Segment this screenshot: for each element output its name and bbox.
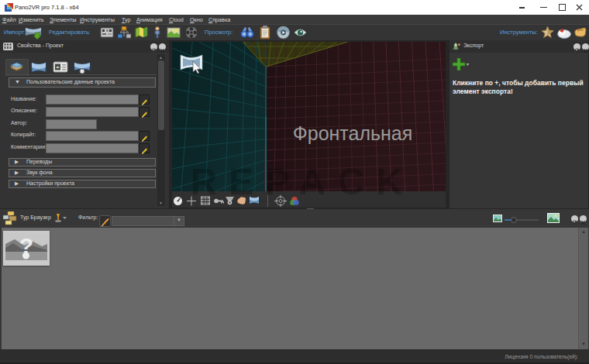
svg-text:REPACK: REPACK [190, 161, 414, 202]
svg-text:Фронтальная: Фронтальная [293, 122, 413, 144]
